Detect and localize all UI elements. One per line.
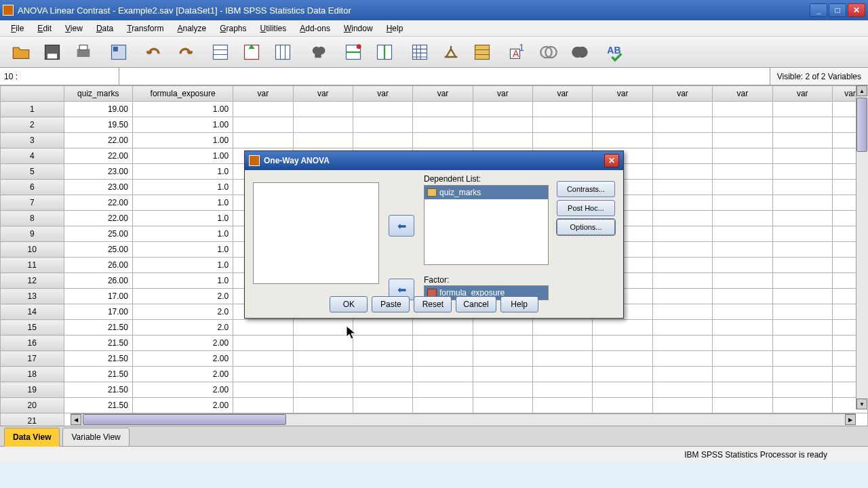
scroll-thumb-v[interactable] — [856, 98, 867, 152]
use-sets-icon[interactable] — [534, 39, 564, 65]
ok-button[interactable]: OK — [330, 296, 368, 312]
table-row[interactable]: 1721.502.00 — [1, 351, 868, 367]
value-labels-icon[interactable]: A1 — [502, 39, 532, 65]
status-bar: IBM SPSS Statistics Processor is ready — [0, 446, 868, 462]
col-var-11[interactable]: var — [772, 86, 832, 102]
scale-icon — [427, 188, 437, 197]
dialog-icon — [249, 155, 260, 166]
redo-icon[interactable] — [170, 39, 200, 65]
menu-utilities[interactable]: Utilities — [254, 21, 294, 36]
print-icon[interactable] — [68, 39, 98, 65]
save-icon[interactable] — [37, 39, 67, 65]
menu-file[interactable]: File — [4, 21, 31, 36]
col-var-9[interactable]: var — [652, 86, 712, 102]
close-button[interactable]: ✕ — [848, 3, 865, 17]
col-var-4[interactable]: var — [353, 86, 412, 102]
table-row[interactable]: 322.001.00 — [1, 133, 868, 148]
goto-var-icon[interactable] — [237, 39, 267, 65]
posthoc-button[interactable]: Post Hoc... — [557, 200, 615, 216]
menu-analyze[interactable]: Analyze — [170, 21, 213, 36]
paste-button[interactable]: Paste — [372, 296, 410, 312]
svg-point-23 — [576, 46, 587, 57]
dialog-close-button[interactable]: ✕ — [604, 154, 619, 167]
menu-bar: FileEditViewDataTransformAnalyzeGraphsUt… — [0, 20, 868, 37]
scroll-right-icon[interactable]: ▶ — [845, 414, 856, 425]
svg-point-13 — [357, 44, 361, 49]
table-row[interactable]: 1521.502.0 — [1, 320, 868, 336]
find-icon[interactable] — [303, 39, 333, 65]
menu-help[interactable]: Help — [380, 21, 410, 36]
tab-data-view[interactable]: Data View — [4, 428, 60, 447]
table-row[interactable]: 1821.502.00 — [1, 367, 868, 382]
help-button[interactable]: Help — [500, 296, 538, 312]
toolbar: A1 AB — [0, 37, 868, 68]
menu-view[interactable]: View — [58, 21, 90, 36]
title-bar: ANOVA Linear Contrast - Example2.sav [Da… — [0, 0, 868, 20]
col-var-6[interactable]: var — [473, 86, 532, 102]
menu-edit[interactable]: Edit — [31, 21, 58, 36]
col-var-3[interactable]: var — [293, 86, 353, 102]
dependent-item-label: quiz_marks — [439, 188, 481, 197]
minimize-button[interactable]: _ — [810, 3, 827, 17]
col-quiz_marks-0[interactable]: quiz_marks — [64, 86, 132, 102]
svg-rect-3 — [79, 45, 87, 49]
svg-rect-5 — [113, 46, 118, 51]
goto-case-icon[interactable] — [205, 39, 235, 65]
show-all-icon[interactable] — [565, 39, 595, 65]
col-var-7[interactable]: var — [533, 86, 593, 102]
horizontal-scrollbar[interactable]: ◀ ▶ — [71, 413, 856, 426]
source-variable-list[interactable] — [253, 182, 379, 284]
cancel-button[interactable]: Cancel — [456, 296, 496, 312]
scroll-down-icon[interactable]: ▼ — [856, 399, 867, 409]
col-var-10[interactable]: var — [713, 86, 772, 102]
recall-dialog-icon[interactable] — [104, 39, 134, 65]
weight-icon[interactable] — [436, 39, 466, 65]
options-button[interactable]: Options... — [557, 219, 615, 235]
dialog-titlebar[interactable]: One-Way ANOVA ✕ — [245, 151, 623, 170]
svg-rect-2 — [77, 49, 90, 57]
undo-icon[interactable] — [139, 39, 169, 65]
dependent-item[interactable]: quiz_marks — [425, 186, 548, 199]
insert-var-icon[interactable] — [370, 39, 399, 65]
select-cases-icon[interactable] — [467, 39, 497, 65]
dialog-title: One-Way ANOVA — [264, 156, 330, 165]
menu-graphs[interactable]: Graphs — [213, 21, 253, 36]
cell-ref[interactable]: 10 : — [0, 68, 119, 85]
scroll-thumb-h[interactable] — [83, 414, 286, 425]
svg-rect-6 — [214, 45, 228, 59]
menu-window[interactable]: Window — [337, 21, 380, 36]
table-row[interactable]: 1621.502.00 — [1, 336, 868, 351]
dependent-list[interactable]: quiz_marks — [424, 185, 549, 265]
menu-transform[interactable]: Transform — [120, 21, 170, 36]
col-formula_exposure-1[interactable]: formula_exposure — [132, 86, 233, 102]
tab-variable-view[interactable]: Variable View — [62, 428, 129, 447]
variables-icon[interactable] — [268, 39, 298, 65]
col-var-8[interactable]: var — [593, 86, 652, 102]
reset-button[interactable]: Reset — [414, 296, 452, 312]
factor-label: Factor: — [424, 275, 449, 285]
spellcheck-icon[interactable]: AB — [600, 39, 630, 65]
menu-add-ons[interactable]: Add-ons — [293, 21, 337, 36]
col-var-5[interactable]: var — [413, 86, 473, 102]
table-row[interactable]: 219.501.00 — [1, 117, 868, 133]
scroll-left-icon[interactable]: ◀ — [71, 414, 81, 425]
insert-case-icon[interactable] — [338, 39, 368, 65]
table-row[interactable]: 119.001.00 — [1, 102, 868, 117]
svg-text:AB: AB — [607, 45, 620, 56]
app-icon — [3, 5, 14, 16]
move-dependent-button[interactable]: ⬅ — [389, 215, 414, 237]
vertical-scrollbar[interactable]: ▲ ▼ — [856, 85, 868, 409]
contrasts-button[interactable]: Contrasts... — [557, 181, 615, 197]
window-title: ANOVA Linear Contrast - Example2.sav [Da… — [18, 5, 808, 16]
table-row[interactable]: 2021.502.00 — [1, 398, 868, 413]
col-var-2[interactable]: var — [233, 86, 293, 102]
dependent-list-label: Dependent List: — [424, 174, 481, 184]
open-icon[interactable] — [6, 39, 36, 65]
menu-data[interactable]: Data — [90, 21, 120, 36]
split-file-icon[interactable] — [405, 39, 435, 65]
scroll-up-icon[interactable]: ▲ — [856, 85, 867, 96]
status-message: IBM SPSS Statistics Processor is ready — [644, 450, 868, 460]
maximize-button[interactable]: □ — [829, 3, 846, 17]
table-row[interactable]: 1921.502.00 — [1, 382, 868, 398]
svg-text:1: 1 — [519, 43, 524, 53]
